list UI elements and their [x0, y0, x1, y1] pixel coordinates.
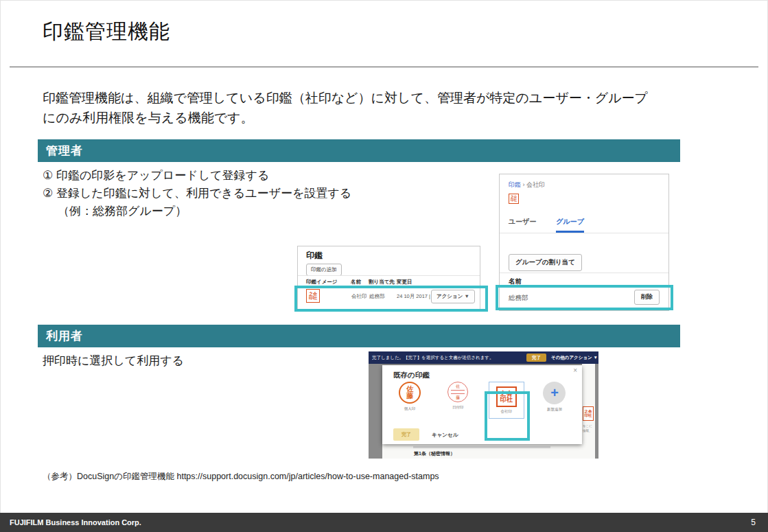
admin-step-2: ② 登録した印鑑に対して、利用できるユーザーを設置する: [43, 185, 351, 203]
divider: [500, 273, 668, 273]
breadcrumb-separator: ›: [523, 181, 525, 188]
col-modified: 変更日: [397, 279, 412, 286]
dialog-title: 既存の印鑑: [393, 371, 430, 380]
dialog-cancel-button[interactable]: キャンセル: [432, 432, 458, 439]
intro-line-2: にのみ利用権限を与える機能です。: [43, 108, 648, 128]
stamp-option-personal[interactable]: 佐 藤 個人印: [389, 382, 430, 419]
seal-chars: 佐: [456, 384, 460, 389]
highlight-box-group-row: [496, 285, 673, 310]
close-icon[interactable]: ×: [573, 367, 577, 374]
seal-divider-line: [451, 390, 465, 391]
seal-chars: 藤: [456, 395, 460, 400]
breadcrumb-stamps-link[interactable]: 印鑑: [509, 181, 521, 188]
admin-section-header: 管理者: [38, 139, 680, 162]
document-text-fragment: 情報、: [583, 429, 592, 432]
plus-icon: +: [543, 382, 566, 404]
seal-chars: 印社: [585, 414, 592, 418]
admin-step-2-note: （例：総務部グループ）: [43, 203, 351, 220]
document-below-dialog: 第1条（秘密情報）: [382, 444, 582, 459]
stamped-company-seal: 之会 印社: [583, 406, 594, 421]
personal-seal-image: 佐 藤: [399, 382, 421, 404]
other-actions-dropdown[interactable]: その他のアクション ▼: [551, 355, 598, 361]
seal-chars: 藤: [406, 393, 413, 400]
seal-chars: 印社: [511, 199, 517, 203]
banner-message: 完了しました。【完了】を選択すると文書が送信されます。: [372, 355, 493, 361]
existing-stamps-dialog: 既存の印鑑 × 佐 藤 個人印 佐 藤 日付: [382, 365, 582, 444]
signing-screenshot: 完了しました。【完了】を選択すると文書が送信されます。 完了 その他のアクション…: [369, 351, 598, 459]
stamp-option-label: 新規追加: [547, 407, 562, 412]
document-text-fragment: をこに: [583, 424, 592, 428]
seal-divider-line: [451, 393, 465, 394]
tab-users[interactable]: ユーザー: [509, 218, 536, 225]
stamp-option-add-new[interactable]: + 新規追加: [534, 382, 575, 419]
stamp-option-date[interactable]: 佐 藤 日付印: [437, 382, 478, 419]
divider: [298, 275, 480, 276]
col-stamp-image: 印鑑イメージ: [306, 279, 338, 286]
footer-company-name: FUJIFILM Business Innovation Corp.: [10, 513, 141, 532]
company-seal-thumbnail: 之会 印社: [509, 194, 519, 204]
stamp-options: 佐 藤 個人印 佐 藤 日付印: [389, 382, 575, 419]
user-section-header: 利用者: [38, 325, 680, 347]
footer-bar: FUJIFILM Business Innovation Corp. 5: [0, 513, 768, 532]
document-clause-heading: 第1条（秘密情報）: [414, 450, 455, 457]
highlight-box-company-stamp: [485, 391, 530, 441]
divider: [500, 233, 668, 233]
intro-line-1: 印鑑管理機能は、組織で管理している印鑑（社印など）に対して、管理者が特定のユーザ…: [43, 88, 648, 108]
slide: 印鑑管理機能 印鑑管理機能は、組織で管理している印鑑（社印など）に対して、管理者…: [0, 0, 768, 532]
breadcrumb: 印鑑 › 会社印: [509, 181, 545, 189]
intro-text: 印鑑管理機能は、組織で管理している印鑑（社印など）に対して、管理者が特定のユーザ…: [43, 88, 648, 128]
page-title: 印鑑管理機能: [43, 18, 170, 46]
document-blurred-line: [413, 446, 550, 448]
date-seal-image: 佐 藤: [447, 382, 468, 402]
breadcrumb-current: 会社印: [526, 181, 545, 188]
dialog-done-button[interactable]: 完了: [393, 428, 419, 441]
stamp-option-label: 日付印: [452, 405, 464, 410]
document-edge: 之会 印社 をこに 情報、: [582, 364, 595, 459]
stamp-list-title: 印鑑: [306, 250, 323, 262]
reference-note: （参考）DocuSignの印鑑管理機能 https://support.docu…: [43, 471, 439, 483]
banner-finish-button[interactable]: 完了: [526, 354, 546, 362]
stamp-option-label: 個人印: [404, 406, 416, 411]
col-assignee: 割り当て先: [369, 279, 395, 286]
assign-group-button[interactable]: グループの割り当て: [509, 254, 582, 271]
footer-page-number: 5: [751, 513, 756, 532]
docusign-banner: 完了しました。【完了】を選択すると文書が送信されます。 完了 その他のアクション…: [369, 351, 598, 364]
user-description: 押印時に選択して利用する: [43, 353, 184, 369]
highlight-box-stamp-row: [294, 286, 488, 312]
tab-groups[interactable]: グループ: [556, 217, 584, 233]
title-divider: [10, 67, 758, 67]
col-name: 名前: [351, 279, 361, 286]
admin-step-1: ① 印鑑の印影をアップロードして登録する: [43, 167, 351, 185]
detail-tabs: ユーザー グループ: [509, 217, 584, 233]
add-stamp-button[interactable]: 印鑑の追加: [306, 264, 342, 276]
admin-steps: ① 印鑑の印影をアップロードして登録する ② 登録した印鑑に対して、利用できるユ…: [43, 167, 351, 220]
